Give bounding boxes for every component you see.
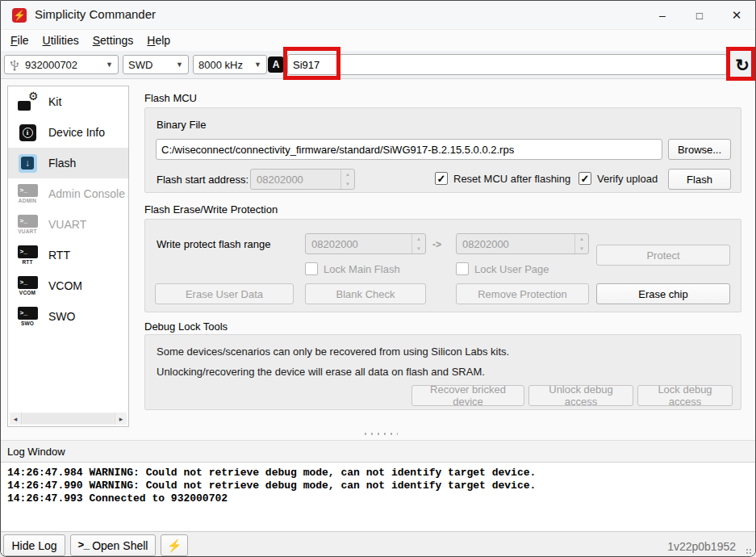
close-button[interactable]: ✕ [718,1,755,30]
flash-button[interactable]: Flash [668,169,731,190]
unlock-debug-access-button: Unlock debug access [528,385,633,406]
debug-lock-note-1: Some devices/scenarios can only be recov… [157,346,509,358]
protect-range-to-spinbox: 08202000 ▲ ▼ [456,233,589,254]
menu-utilities[interactable]: Utilities [41,33,81,51]
verify-upload-label: Verify upload [597,173,658,185]
sidebar-item-label: VUART [48,218,86,231]
target-device-input[interactable] [287,54,727,75]
swo-icon: >_ SWO [18,307,38,326]
erase-chip-button[interactable]: Erase chip [596,283,730,304]
scrollbar-thumb[interactable] [23,413,114,424]
sidebar-item-kit[interactable]: ⚙ Kit [8,86,128,117]
rtt-icon: >_ RTT [18,245,38,265]
erase-user-data-button: Erase User Data [155,283,294,304]
sidebar-item-label: Admin Console [48,187,125,200]
speed-dropdown[interactable]: 8000 kHz ▼ [193,55,267,74]
hide-log-button[interactable]: Hide Log [3,534,65,556]
log-output[interactable]: 14:26:47.984 WARNING: Could not retrieve… [1,462,755,531]
log-line: 14:26:47.984 WARNING: Could not retrieve… [7,467,755,480]
speed-value: 8000 kHz [198,59,243,71]
sidebar-item-swo[interactable]: >_ SWO SWO [8,301,128,332]
flash-mcu-groupbox: Binary File Browse... Flash start addres… [144,107,741,193]
splitter-handle[interactable] [362,433,398,435]
menu-help[interactable]: Help [145,33,172,51]
resize-grip[interactable] [746,548,752,555]
lock-main-flash-label: Lock Main Flash [324,263,400,275]
recover-bricked-device-button: Recover bricked device [411,385,524,406]
sidebar-item-label: Kit [48,95,61,108]
lock-debug-access-button: Lock debug access [637,385,733,406]
minimize-button[interactable]: – [644,1,681,30]
binary-file-input[interactable] [156,139,662,160]
maximize-button[interactable]: □ [681,1,718,30]
spin-down-icon: ▼ [575,244,588,253]
vcom-icon: >_ VCOM [18,276,38,295]
spin-up-icon: ▲ [412,234,425,244]
checkbox-checked-icon[interactable]: ✓ [578,172,591,185]
protect-button: Protect [596,245,730,266]
menu-bar: File Utilities Settings Help [1,31,755,51]
checkbox-unchecked-icon [305,262,318,275]
sidebar-item-label: RTT [48,249,70,262]
log-line: 14:26:47.993 Connected to 932000702 [7,492,755,505]
flash-mcu-section-title: Flash MCU [144,92,197,104]
browse-button[interactable]: Browse... [668,139,731,160]
range-arrow: -> [432,239,441,250]
menu-settings[interactable]: Settings [91,33,136,51]
erase-protection-groupbox: Write protect flash range 08202000 ▲ ▼ -… [144,219,741,312]
checkbox-unchecked-icon [456,262,469,275]
kit-icon: ⚙ [18,93,38,111]
interface-dropdown[interactable]: SWD ▼ [123,55,189,74]
menu-file[interactable]: File [9,33,31,51]
lock-user-page-checkbox: Lock User Page [456,262,549,275]
log-line: 14:26:47.990 WARNING: Could not retrieve… [7,480,755,492]
sidebar-item-label: VCOM [48,279,82,292]
reset-mcu-checkbox[interactable]: ✓ Reset MCU after flashing [435,172,570,185]
flash-wizard-button[interactable]: ⚡ [161,534,188,556]
app-window: ⚡ Simplicity Commander – □ ✕ File Utilit… [0,0,756,557]
refresh-button[interactable]: ↻ [732,54,753,75]
scroll-right-icon[interactable]: ▸ [115,413,127,425]
flash-start-address-label: Flash start address: [157,174,249,186]
protect-range-from-spinbox: 08202000 ▲ ▼ [305,233,426,254]
chevron-down-icon: ▼ [171,61,183,69]
sidebar-item-vcom[interactable]: >_ VCOM VCOM [8,270,128,301]
spin-down-icon: ▼ [412,244,425,253]
spinner-arrows: ▲ ▼ [340,170,354,189]
scroll-left-icon[interactable]: ◂ [10,413,22,425]
sidebar-scrollbar[interactable]: ◂ ▸ [10,413,127,425]
binary-file-label: Binary File [157,119,206,131]
gear-icon: ⚙ [28,90,39,102]
lock-main-flash-checkbox: Lock Main Flash [305,262,400,275]
device-info-icon: i [19,124,36,141]
spinner-arrows: ▲ ▼ [574,234,588,253]
debug-lock-section-title: Debug Lock Tools [144,320,228,333]
erase-protection-section-title: Flash Erase/Write Protection [144,203,278,216]
usb-icon [10,59,19,71]
checkbox-checked-icon[interactable]: ✓ [435,172,448,185]
sidebar-item-device-info[interactable]: i Device Info [8,117,128,148]
bolt-icon: ⚡ [14,10,26,20]
sidebar-item-vuart[interactable]: >_ VUART VUART [8,209,128,240]
adapter-dropdown[interactable]: 932000702 ▼ [4,55,119,74]
debug-lock-groupbox: Some devices/scenarios can only be recov… [144,334,741,410]
sidebar-item-label: SWO [48,310,75,323]
refresh-icon: ↻ [735,57,750,73]
reset-mcu-label: Reset MCU after flashing [453,173,570,185]
open-shell-button[interactable]: >_ Open Shell [70,534,156,556]
chevron-down-icon: ▼ [249,61,261,69]
sidebar-item-label: Device Info [48,126,105,139]
sidebar-item-flash[interactable]: ↓ Flash [8,148,128,178]
adapter-value: 932000702 [25,59,77,71]
autodetect-chip-icon[interactable]: A [268,57,284,73]
status-bar: Hide Log >_ Open Shell ⚡ 1v22p0b1952 [1,531,755,557]
title-bar: ⚡ Simplicity Commander – □ ✕ [1,1,755,30]
admin-console-icon: >_ ADMIN [18,184,38,203]
flash-icon: ↓ [19,154,37,173]
sidebar-item-rtt[interactable]: >_ RTT RTT [8,240,128,270]
verify-upload-checkbox[interactable]: ✓ Verify upload [578,172,658,185]
sidebar-item-admin-console[interactable]: >_ ADMIN Admin Console [8,178,128,209]
spin-up-icon: ▲ [575,234,588,244]
window-title: Simplicity Commander [35,7,156,21]
down-arrow-icon: ↓ [25,158,30,168]
